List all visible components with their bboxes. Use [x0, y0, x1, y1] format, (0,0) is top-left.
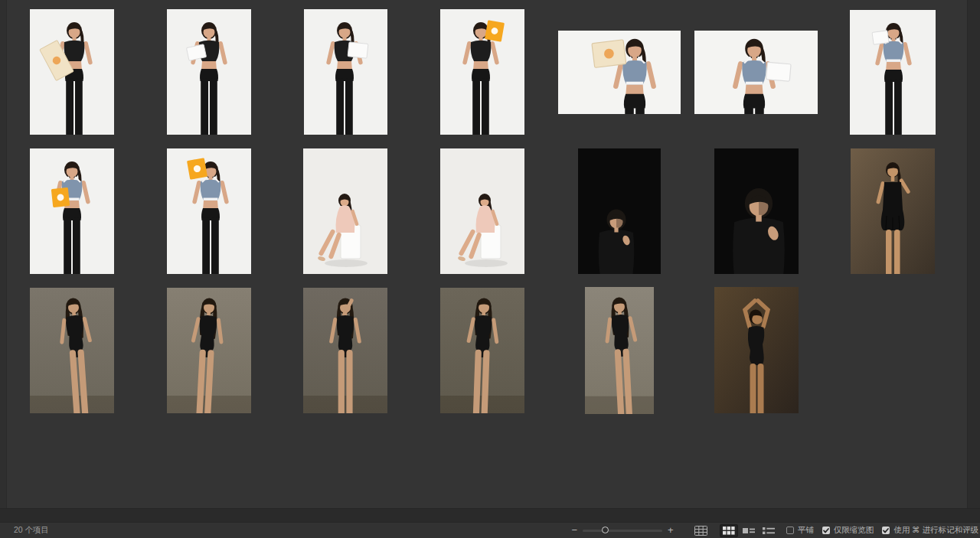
- thumbnail-view-icon: [723, 527, 735, 535]
- view-mode-buttons: [677, 524, 778, 537]
- photo-thumbnail[interactable]: [30, 9, 114, 135]
- left-panel-edge: [0, 0, 7, 508]
- status-bar: 20 个项目 − + 平铺仅限缩览图使用 ⌘ 进行标记和评级: [0, 523, 980, 538]
- thumbnail-size-slider[interactable]: [583, 523, 662, 538]
- photo-thumbnail[interactable]: [585, 287, 654, 414]
- right-panel-edge: [967, 0, 980, 508]
- list-view-button[interactable]: [760, 524, 778, 537]
- photo-browser-window: 20 个项目 − + 平铺仅限缩览图使用 ⌘ 进行标记和评级: [0, 0, 980, 538]
- statusbar-checkbox-2[interactable]: 仅限缩览图: [822, 525, 874, 536]
- photo-thumbnail[interactable]: [850, 10, 936, 135]
- photo-thumbnail[interactable]: [303, 288, 387, 413]
- statusbar-checkbox-1[interactable]: 平铺: [786, 525, 814, 536]
- slider-track: [583, 530, 662, 533]
- checked-checkbox-icon: [822, 527, 830, 534]
- photo-thumbnail[interactable]: [167, 9, 251, 135]
- content-bottom-band: [0, 508, 980, 523]
- unchecked-checkbox-icon: [786, 527, 794, 534]
- photo-thumbnail[interactable]: [440, 148, 524, 274]
- photo-thumbnail[interactable]: [304, 9, 387, 135]
- photo-thumbnail[interactable]: [578, 148, 661, 274]
- photo-thumbnail[interactable]: [303, 148, 387, 274]
- photo-thumbnail[interactable]: [714, 287, 799, 413]
- photo-thumbnail[interactable]: [558, 31, 681, 114]
- item-count-label: 20 个项目: [14, 525, 49, 536]
- slider-knob[interactable]: [602, 527, 609, 533]
- details-view-button[interactable]: [740, 524, 758, 537]
- photo-thumbnail[interactable]: [167, 148, 251, 274]
- checkbox-label: 仅限缩览图: [834, 525, 874, 536]
- checkbox-label: 平铺: [798, 525, 814, 536]
- photo-thumbnail[interactable]: [167, 288, 251, 413]
- checkbox-label: 使用 ⌘ 进行标记和评级: [893, 525, 978, 536]
- zoom-out-icon[interactable]: −: [568, 523, 580, 538]
- photo-thumbnail[interactable]: [851, 148, 935, 274]
- statusbar-checkbox-3[interactable]: 使用 ⌘ 进行标记和评级: [882, 525, 978, 536]
- photo-thumbnail[interactable]: [30, 148, 114, 274]
- grid-lock-icon: [694, 526, 707, 536]
- zoom-in-icon[interactable]: +: [665, 523, 677, 538]
- grid-lock-button[interactable]: [692, 524, 710, 537]
- statusbar-options: 平铺仅限缩览图使用 ⌘ 进行标记和评级: [778, 525, 978, 536]
- photo-thumbnail[interactable]: [440, 9, 524, 135]
- thumbnail-grid: [0, 0, 980, 508]
- checked-checkbox-icon: [882, 527, 890, 534]
- photo-thumbnail[interactable]: [694, 31, 818, 114]
- statusbar-controls: − + 平铺仅限缩览图使用 ⌘ 进行标记和评级: [568, 523, 978, 538]
- list-view-icon: [763, 527, 775, 535]
- thumbnail-view-button[interactable]: [720, 524, 738, 537]
- photo-thumbnail[interactable]: [30, 288, 114, 413]
- photo-thumbnail[interactable]: [440, 288, 524, 413]
- photo-thumbnail[interactable]: [714, 148, 799, 274]
- details-view-icon: [743, 527, 755, 535]
